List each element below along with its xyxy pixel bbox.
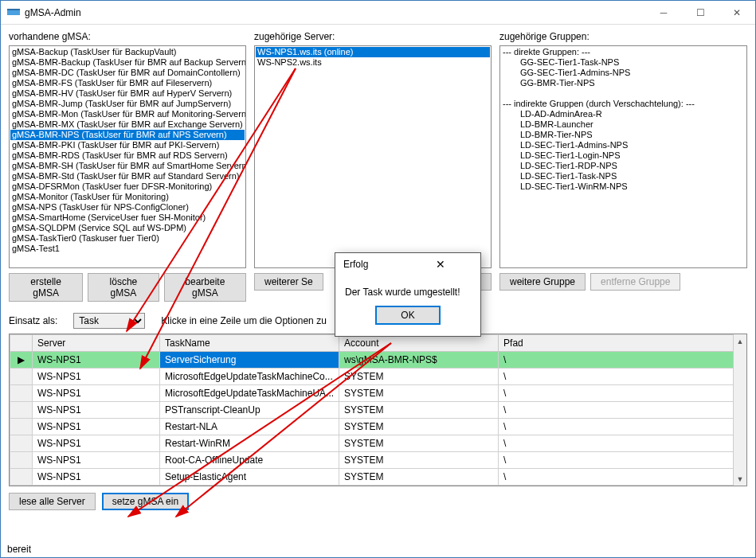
cell-task[interactable]: PSTranscript-CleanUp (160, 402, 339, 419)
dialog-ok-button[interactable]: OK (375, 306, 440, 325)
gruppe-item[interactable]: LD-SEC-Tier1-Task-NPS (501, 171, 746, 181)
gmsa-item[interactable]: gMSA-BMR-MX (TaskUser für BMR auf Exchan… (10, 119, 245, 130)
cell-pfad[interactable]: \ (499, 419, 746, 435)
server-listbox[interactable]: WS-NPS1.ws.its (online)WS-NPS2.ws.its (254, 45, 492, 268)
server-item[interactable]: WS-NPS2.ws.its (256, 57, 490, 68)
cell-task[interactable]: Restart-NLA (160, 419, 339, 435)
set-gmsa-button[interactable]: setze gMSA ein (102, 493, 189, 510)
gruppe-item[interactable]: LD-SEC-Tier1-Admins-NPS (501, 140, 746, 150)
grid-header-server[interactable]: Server (33, 335, 160, 352)
grid-header-account[interactable]: Account (339, 335, 499, 352)
cell-server[interactable]: WS-NPS1 (33, 452, 160, 469)
remove-group-button[interactable]: entferne Gruppe (590, 273, 680, 291)
gruppe-item[interactable]: LD-BMR-Tier-NPS (501, 130, 746, 140)
create-gmsa-button[interactable]: erstelle gMSA (9, 273, 83, 302)
gmsa-item[interactable]: gMSA-NPS (TaskUser für NPS-ConfigCloner) (10, 202, 245, 213)
table-row[interactable]: WS-NPS1MicrosoftEdgeUpdateTaskMachineCo.… (10, 369, 746, 385)
cell-task[interactable]: MicrosoftEdgeUpdateTaskMachineUA... (160, 385, 339, 402)
dialog-close-icon[interactable]: ✕ (408, 258, 472, 271)
table-row[interactable]: WS-NPS1Setup-ElasticAgentSYSTEM\ (10, 469, 746, 486)
cell-server[interactable]: WS-NPS1 (33, 352, 160, 369)
minimize-button[interactable]: ─ (645, 1, 682, 24)
read-all-servers-button[interactable]: lese alle Server (9, 493, 96, 510)
cell-pfad[interactable]: \ (499, 369, 746, 385)
gruppe-item[interactable]: --- direkte Gruppen: --- (501, 47, 746, 57)
table-row[interactable]: WS-NPS1Restart-WinRMSYSTEM\ (10, 435, 746, 452)
cell-server[interactable]: WS-NPS1 (33, 402, 160, 419)
cell-account[interactable]: SYSTEM (339, 369, 499, 385)
table-row[interactable]: WS-NPS1Root-CA-OfflineUpdateSYSTEM\ (10, 452, 746, 469)
gruppe-item[interactable]: LD-SEC-Tier1-WinRM-NPS (501, 181, 746, 192)
cell-pfad[interactable]: \ (499, 469, 746, 486)
gmsa-item[interactable]: gMSA-BMR-Mon (TaskUser für BMR auf Monit… (10, 109, 245, 119)
gruppe-item[interactable]: GG-SEC-Tier1-Task-NPS (501, 57, 746, 68)
einsatz-select[interactable]: Task (73, 313, 145, 329)
table-row[interactable]: WS-NPS1Restart-NLASYSTEM\ (10, 419, 746, 435)
cell-task[interactable]: Restart-WinRM (160, 435, 339, 452)
gmsa-item[interactable]: gMSA-BMR-DC (TaskUser für BMR auf Domain… (10, 68, 245, 78)
table-row[interactable]: WS-NPS1MicrosoftEdgeUpdateTaskMachineUA.… (10, 385, 746, 402)
delete-gmsa-button[interactable]: lösche gMSA (88, 273, 159, 302)
gruppe-item[interactable]: LD-SEC-Tier1-Login-NPS (501, 150, 746, 161)
cell-account[interactable]: ws\gMSA-BMR-NPS$ (339, 352, 499, 369)
maximize-button[interactable]: ☐ (682, 1, 719, 24)
add-group-button[interactable]: weitere Gruppe (499, 273, 586, 291)
cell-account[interactable]: SYSTEM (339, 452, 499, 469)
cell-account[interactable]: SYSTEM (339, 419, 499, 435)
server-item[interactable]: WS-NPS1.ws.its (online) (256, 47, 490, 57)
cell-task[interactable]: MicrosoftEdgeUpdateTaskMachineCo... (160, 369, 339, 385)
gmsa-item[interactable]: gMSA-Monitor (TaskUser für Monitoring) (10, 192, 245, 202)
gruppen-listbox[interactable]: --- direkte Gruppen: ---GG-SEC-Tier1-Tas… (499, 45, 747, 268)
gmsa-item[interactable]: gMSA-TaskTier0 (Taskuser fuer Tier0) (10, 233, 245, 244)
cell-task[interactable]: Setup-ElasticAgent (160, 469, 339, 486)
gmsa-item[interactable]: gMSA-Test1 (10, 244, 245, 254)
edit-gmsa-button[interactable]: bearbeite gMSA (164, 273, 246, 302)
task-grid[interactable]: Server TaskName Account Pfad ▶WS-NPS1Ser… (9, 334, 747, 486)
gmsa-item[interactable]: gMSA-BMR-Backup (TaskUser für BMR auf Ba… (10, 57, 245, 68)
cell-account[interactable]: SYSTEM (339, 402, 499, 419)
gmsa-item[interactable]: gMSA-BMR-HV (TaskUser für BMR auf HyperV… (10, 88, 245, 99)
gruppe-item[interactable]: GG-BMR-Tier-NPS (501, 78, 746, 88)
gmsa-listbox[interactable]: gMSA-Backup (TaskUser für BackupVault)gM… (9, 45, 246, 268)
cell-account[interactable]: SYSTEM (339, 385, 499, 402)
gmsa-item[interactable]: gMSA-BMR-Jump (TaskUser für BMR auf Jump… (10, 99, 245, 109)
gruppe-item[interactable]: GG-SEC-Tier1-Admins-NPS (501, 68, 746, 78)
cell-server[interactable]: WS-NPS1 (33, 469, 160, 486)
cell-server[interactable]: WS-NPS1 (33, 369, 160, 385)
cell-pfad[interactable]: \ (499, 352, 746, 369)
cell-account[interactable]: SYSTEM (339, 469, 499, 486)
cell-pfad[interactable]: \ (499, 435, 746, 452)
gmsa-item[interactable]: gMSA-Backup (TaskUser für BackupVault) (10, 47, 245, 57)
gruppe-item[interactable]: LD-AD-AdminArea-R (501, 109, 746, 119)
grid-header-pfad[interactable]: Pfad (499, 335, 746, 352)
grid-header-task[interactable]: TaskName (160, 335, 339, 352)
cell-pfad[interactable]: \ (499, 402, 746, 419)
gruppe-item[interactable]: LD-SEC-Tier1-RDP-NPS (501, 161, 746, 171)
scroll-up-icon[interactable]: ▲ (734, 334, 746, 348)
cell-pfad[interactable]: \ (499, 385, 746, 402)
scroll-down-icon[interactable]: ▼ (734, 472, 746, 486)
gmsa-item[interactable]: gMSA-SQLDPM (Service SQL auf WS-DPM) (10, 223, 245, 233)
cell-server[interactable]: WS-NPS1 (33, 385, 160, 402)
gmsa-item[interactable]: gMSA-BMR-SH (TaskUser für BMR auf SmartH… (10, 161, 245, 171)
grid-scrollbar[interactable]: ▲ ▼ (733, 334, 746, 486)
gmsa-item[interactable]: gMSA-BMR-PKI (TaskUser für BMR auf PKI-S… (10, 140, 245, 150)
close-button[interactable]: ✕ (719, 1, 755, 24)
gruppe-item[interactable]: LD-BMR-Launcher (501, 119, 746, 130)
gruppe-item[interactable]: --- indirekte Gruppen (durch Verschachte… (501, 99, 746, 109)
add-server-button[interactable]: weiterer Se (254, 273, 323, 291)
gmsa-item[interactable]: gMSA-DFSRMon (TaskUser fuer DFSR-Monitor… (10, 181, 245, 192)
cell-account[interactable]: SYSTEM (339, 435, 499, 452)
table-row[interactable]: ▶WS-NPS1ServerSicherungws\gMSA-BMR-NPS$\ (10, 352, 746, 369)
cell-pfad[interactable]: \ (499, 452, 746, 469)
gruppe-item[interactable] (501, 88, 746, 99)
grid-header-rowselector[interactable] (10, 335, 33, 352)
gmsa-item[interactable]: gMSA-BMR-RDS (TaskUser für BMR auf RDS S… (10, 150, 245, 161)
cell-task[interactable]: Root-CA-OfflineUpdate (160, 452, 339, 469)
cell-server[interactable]: WS-NPS1 (33, 435, 160, 452)
table-row[interactable]: WS-NPS1PSTranscript-CleanUpSYSTEM\ (10, 402, 746, 419)
cell-task[interactable]: ServerSicherung (160, 352, 339, 369)
gmsa-item[interactable]: gMSA-SmartHome (ServiceUser fuer SH-Moni… (10, 213, 245, 223)
cell-server[interactable]: WS-NPS1 (33, 419, 160, 435)
gmsa-item[interactable]: gMSA-BMR-NPS (TaskUser für BMR auf NPS S… (10, 130, 245, 140)
